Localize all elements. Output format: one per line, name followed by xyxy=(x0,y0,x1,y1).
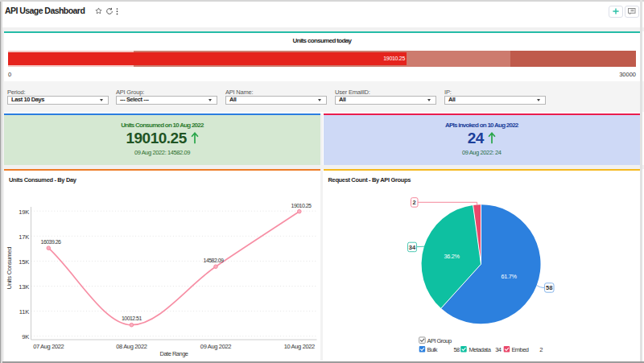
svg-text:Units Consumed: Units Consumed xyxy=(6,247,13,290)
svg-text:2: 2 xyxy=(412,199,415,206)
svg-text:07 Aug 2022: 07 Aug 2022 xyxy=(33,343,64,350)
svg-text:17K: 17K xyxy=(19,233,29,241)
svg-text:16039.26: 16039.26 xyxy=(41,239,61,245)
svg-text:Date Range: Date Range xyxy=(159,350,188,357)
svg-text:34: 34 xyxy=(408,244,415,251)
svg-text:Embed: Embed xyxy=(511,346,528,353)
svg-text:15K: 15K xyxy=(19,258,29,266)
svg-text:Metadata: Metadata xyxy=(469,346,491,353)
svg-text:9K: 9K xyxy=(22,333,29,340)
svg-text:Bulk: Bulk xyxy=(427,346,437,353)
svg-text:58: 58 xyxy=(546,284,552,291)
svg-text:13K: 13K xyxy=(19,283,29,291)
svg-text:08 Aug 2022: 08 Aug 2022 xyxy=(116,343,147,350)
svg-text:API Group: API Group xyxy=(427,337,451,344)
svg-text:61.7%: 61.7% xyxy=(501,273,517,280)
svg-text:36.2%: 36.2% xyxy=(444,253,460,260)
svg-text:09 Aug 2022: 09 Aug 2022 xyxy=(200,343,231,350)
svg-text:14582.09: 14582.09 xyxy=(204,258,224,263)
svg-text:10012.51: 10012.51 xyxy=(122,316,142,321)
svg-text:19010.25: 19010.25 xyxy=(291,203,312,208)
svg-text:2: 2 xyxy=(539,346,543,353)
svg-text:11K: 11K xyxy=(19,308,29,316)
svg-text:19K: 19K xyxy=(19,208,29,216)
svg-text:58: 58 xyxy=(453,346,460,353)
svg-text:10 Aug 2022: 10 Aug 2022 xyxy=(284,343,315,350)
svg-text:34: 34 xyxy=(495,346,502,353)
